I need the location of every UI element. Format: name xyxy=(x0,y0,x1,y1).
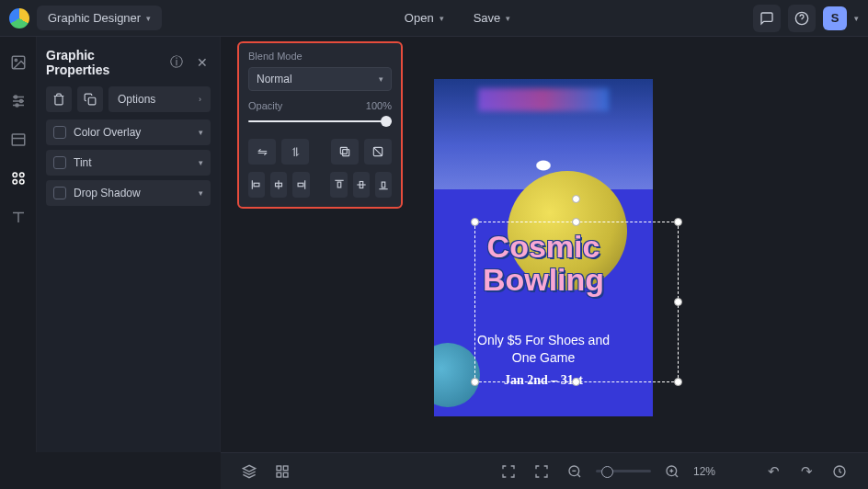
svg-rect-26 xyxy=(337,182,341,188)
headline-text[interactable]: CosmicBowling xyxy=(434,231,653,296)
svg-rect-34 xyxy=(283,472,288,477)
history-button[interactable] xyxy=(828,460,851,483)
svg-rect-20 xyxy=(254,183,259,187)
flip-vertical-button[interactable]: ⥮ xyxy=(281,139,309,165)
mask-button[interactable] xyxy=(364,139,392,165)
date-text[interactable]: Jan 2nd – 31st xyxy=(434,373,653,388)
open-dropdown[interactable]: Open▾ xyxy=(394,6,455,30)
fullscreen-button[interactable] xyxy=(497,460,520,483)
prop-tint[interactable]: Tint▾ xyxy=(46,150,211,176)
opacity-value: 100% xyxy=(366,100,392,111)
comments-button[interactable] xyxy=(753,5,781,32)
chevron-down-icon: ▾ xyxy=(146,14,151,23)
fit-icon xyxy=(534,464,549,479)
duplicate-layer-button[interactable] xyxy=(331,139,359,165)
align-center-h-button[interactable] xyxy=(270,172,287,198)
opacity-label: Opacity xyxy=(248,100,282,111)
zoom-slider[interactable] xyxy=(596,470,651,472)
svg-rect-30 xyxy=(382,182,385,188)
rail-layout-tool[interactable] xyxy=(9,131,28,149)
svg-rect-24 xyxy=(299,183,304,187)
fit-button[interactable] xyxy=(530,460,554,483)
subtitle-text[interactable]: Only $5 For Shoes andOne Game xyxy=(434,332,653,367)
app-logo xyxy=(9,8,29,28)
rail-image-tool[interactable] xyxy=(9,53,28,72)
svg-point-2 xyxy=(15,59,17,61)
chevron-down-icon: ▾ xyxy=(506,14,510,23)
checkbox-icon xyxy=(53,156,66,169)
help-icon xyxy=(794,11,809,26)
svg-rect-33 xyxy=(277,472,281,477)
prop-drop-shadow[interactable]: Drop Shadow▾ xyxy=(46,180,211,206)
copy-icon xyxy=(84,93,97,106)
svg-rect-15 xyxy=(88,97,96,105)
svg-rect-9 xyxy=(12,134,25,145)
history-icon xyxy=(832,464,847,479)
panel-title: Graphic Properties xyxy=(46,48,159,77)
delete-button[interactable] xyxy=(46,86,72,112)
rail-adjust-tool[interactable] xyxy=(9,92,28,110)
svg-rect-31 xyxy=(277,466,281,471)
align-bottom-button[interactable] xyxy=(375,172,392,198)
bottom-bar: 12% ↶ ↷ xyxy=(221,452,868,489)
top-bar: Graphic Designer▾ Open▾ Save▾ S ▾ xyxy=(0,0,868,37)
svg-rect-32 xyxy=(283,466,288,471)
layers-button[interactable] xyxy=(237,460,261,483)
svg-rect-16 xyxy=(343,150,349,156)
comment-icon xyxy=(760,11,774,26)
blend-mode-dropdown[interactable]: Normal▾ xyxy=(248,67,392,91)
rail-text-tool[interactable] xyxy=(9,208,28,226)
svg-point-11 xyxy=(13,173,17,177)
blend-mode-label: Blend Mode xyxy=(248,51,392,62)
copy-icon xyxy=(338,145,351,158)
grid-icon xyxy=(275,464,290,479)
zoom-out-button[interactable] xyxy=(563,460,587,483)
fullscreen-icon xyxy=(501,464,516,479)
layers-icon xyxy=(242,464,257,479)
panel-close-button[interactable]: ✕ xyxy=(194,54,211,71)
checkbox-icon xyxy=(53,187,66,199)
flip-horizontal-button[interactable]: ⇋ xyxy=(248,139,276,165)
prop-color-overlay[interactable]: Color Overlay▾ xyxy=(46,119,211,145)
grid-button[interactable] xyxy=(270,460,294,483)
user-avatar[interactable]: S xyxy=(823,6,847,30)
rail-shapes-tool[interactable] xyxy=(9,169,28,188)
trash-icon xyxy=(52,93,65,106)
options-dropdown[interactable]: Options› xyxy=(108,86,211,112)
undo-button[interactable]: ↶ xyxy=(761,460,785,483)
panel-info-button[interactable]: ⓘ xyxy=(168,54,185,71)
blend-opacity-panel: Blend Mode Normal▾ Opacity100% ⇋ ⥮ xyxy=(237,41,403,209)
zoom-percent: 12% xyxy=(693,465,715,478)
svg-point-12 xyxy=(19,173,24,177)
align-center-v-button[interactable] xyxy=(353,172,370,198)
chevron-down-icon: ▾ xyxy=(440,14,444,23)
checkbox-icon xyxy=(53,126,66,139)
canvas-area[interactable]: Blend Mode Normal▾ Opacity100% ⇋ ⥮ xyxy=(221,37,868,452)
zoom-in-button[interactable] xyxy=(660,460,684,483)
svg-rect-17 xyxy=(340,147,347,154)
svg-point-13 xyxy=(13,180,17,185)
tool-rail xyxy=(0,37,37,452)
opacity-slider[interactable] xyxy=(248,115,392,128)
zoom-out-icon xyxy=(567,464,582,479)
svg-line-39 xyxy=(675,474,678,477)
help-button[interactable] xyxy=(788,5,816,32)
zoom-in-icon xyxy=(665,464,680,479)
redo-button[interactable]: ↷ xyxy=(794,460,818,483)
user-menu-chevron[interactable]: ▾ xyxy=(854,14,859,23)
properties-panel: Graphic Properties ⓘ ✕ Options› Color Ov… xyxy=(37,37,221,452)
svg-point-14 xyxy=(19,180,24,185)
mask-icon xyxy=(371,145,384,158)
align-left-button[interactable] xyxy=(248,172,265,198)
svg-line-36 xyxy=(577,474,580,477)
align-top-button[interactable] xyxy=(330,172,347,198)
align-right-button[interactable] xyxy=(292,172,309,198)
save-dropdown[interactable]: Save▾ xyxy=(463,6,522,30)
role-dropdown[interactable]: Graphic Designer▾ xyxy=(37,6,162,30)
duplicate-button[interactable] xyxy=(77,86,103,112)
artboard[interactable]: CosmicBowling Only $5 For Shoes andOne G… xyxy=(434,79,653,416)
